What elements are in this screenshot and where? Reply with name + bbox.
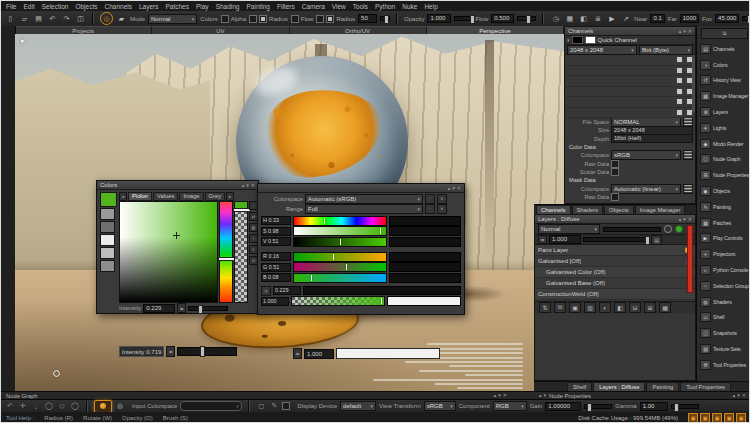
palette-item-texture-sets[interactable]: ▨ Texture Sets: [697, 341, 750, 357]
float-icon[interactable]: [498, 392, 501, 399]
float-icon[interactable]: [683, 216, 686, 223]
far-field[interactable]: 1000: [680, 14, 699, 23]
alpha-gradient-bar[interactable]: [291, 296, 385, 306]
adjustment-layer-icon[interactable]: ◐: [599, 302, 611, 313]
palette-item-selection-groups[interactable]: ▫ Selection Groups: [697, 278, 750, 294]
intensity-slider[interactable]: [177, 347, 237, 356]
new-project-icon[interactable]: ▯: [5, 13, 16, 24]
bottom-tab-layers-diffuse[interactable]: Layers : Diffuse: [593, 382, 645, 391]
alpha-field[interactable]: 1.000: [261, 297, 289, 306]
gain-slider[interactable]: [584, 404, 612, 409]
dock-tab-objects[interactable]: Objects: [604, 205, 634, 214]
channels-panel-titlebar[interactable]: Channels: [565, 27, 695, 36]
float-icon[interactable]: [683, 28, 686, 35]
menu-objects[interactable]: Objects: [75, 3, 97, 10]
flow-slider[interactable]: [517, 16, 536, 21]
opacity-field[interactable]: 1.000: [427, 14, 450, 23]
overlay-checkbox[interactable]: [282, 402, 290, 410]
menu-view[interactable]: View: [332, 3, 346, 10]
slider-handle[interactable]: [333, 254, 334, 260]
palette-item-modo-render[interactable]: ◆ Modo Render: [697, 136, 750, 152]
picker-intensity-slider[interactable]: [188, 306, 228, 311]
alpha-stepper[interactable]: ◂▸: [293, 348, 302, 359]
close-icon[interactable]: [503, 392, 507, 399]
slider-handle[interactable]: [311, 275, 312, 281]
near-field[interactable]: 0.1: [650, 14, 664, 23]
ellipse-select-icon[interactable]: ◯: [44, 401, 54, 411]
slider-value-field[interactable]: V 0.51: [261, 237, 291, 246]
palette-item-shaders[interactable]: ◍ Shaders: [697, 294, 750, 310]
archive-icon[interactable]: ◫: [75, 13, 86, 24]
viewport-tab-ortho-uv[interactable]: Ortho/UV: [290, 26, 427, 34]
channel-row[interactable]: [565, 66, 695, 77]
colorspace-clear-icon[interactable]: ✕: [437, 194, 447, 204]
component-dropdown[interactable]: RGB: [493, 401, 527, 411]
slider-numeric-field[interactable]: [389, 252, 461, 262]
colors-tab-grey[interactable]: Grey: [205, 192, 226, 201]
palette-item-layers[interactable]: ≣ Layers: [697, 104, 750, 120]
slider-value-field[interactable]: S 0.98: [261, 227, 291, 236]
open-project-icon[interactable]: ▱: [19, 13, 30, 24]
alpha-slider[interactable]: [336, 348, 440, 359]
node-graph-header[interactable]: Node Graph: [1, 391, 534, 399]
menu-python[interactable]: Python: [375, 3, 395, 10]
colorspace-dropdown[interactable]: Automatic (sRGB): [305, 194, 423, 204]
close-icon[interactable]: [742, 392, 746, 399]
background-color-swatch[interactable]: [572, 36, 583, 44]
palette-item-play-controls[interactable]: ▶ Play Controls: [697, 231, 750, 247]
color-swatch[interactable]: [100, 234, 115, 246]
menu-channels[interactable]: Channels: [104, 3, 131, 10]
cache-gpu-icon[interactable]: ▣: [724, 413, 734, 423]
cache-paint-icon[interactable]: ▣: [688, 413, 698, 423]
menu-camera[interactable]: Camera: [302, 3, 325, 10]
collapse-icon[interactable]: [679, 28, 682, 35]
color-sample-icon[interactable]: ◍: [115, 401, 125, 411]
property-options-icon[interactable]: ≡: [683, 184, 693, 194]
input-colorspace-searchbox[interactable]: [180, 401, 242, 411]
drop-icon[interactable]: ↓: [31, 401, 41, 411]
paint-target-icon[interactable]: ◎: [100, 12, 113, 25]
expand-icon[interactable]: ▾: [567, 37, 570, 43]
palette-item-node-properties[interactable]: ⊞ Node Properties: [697, 167, 750, 183]
float-icon[interactable]: [452, 185, 455, 192]
menu-file[interactable]: File: [6, 3, 16, 10]
view-transform-dropdown[interactable]: sRGB: [424, 401, 456, 411]
float-icon[interactable]: [737, 392, 740, 399]
collapse-icon[interactable]: [679, 216, 682, 223]
channel-row[interactable]: [565, 55, 695, 66]
palette-item-tool-properties[interactable]: ⚒ Tool Properties: [697, 357, 750, 373]
collapse-icon[interactable]: [539, 392, 542, 399]
hue-strip[interactable]: [219, 201, 233, 303]
viewport-tab-projects[interactable]: Projects: [15, 26, 152, 34]
menu-edit[interactable]: Edit: [23, 3, 34, 10]
color-swatch[interactable]: [100, 208, 115, 220]
palette-item-python-console[interactable]: ▹ Python Console: [697, 262, 750, 278]
slider-gradient-bar[interactable]: [293, 226, 387, 236]
channel-row[interactable]: [565, 108, 695, 119]
cache-memory-icon[interactable]: ▣: [712, 413, 722, 423]
slider-value-field[interactable]: B 0.08: [261, 273, 291, 282]
property-checkbox[interactable]: [611, 193, 619, 201]
blend-amount-groove[interactable]: [603, 227, 661, 232]
menu-help[interactable]: Help: [424, 3, 437, 10]
tab-scroll-left-icon[interactable]: ◂: [119, 192, 127, 201]
close-icon[interactable]: [688, 216, 692, 223]
slider-numeric-field[interactable]: [389, 273, 461, 283]
layers-scrollbar[interactable]: [687, 225, 693, 293]
range-option-icon[interactable]: ◦: [425, 204, 435, 214]
bottom-tab-painting[interactable]: Painting: [646, 382, 679, 391]
checkbox[interactable]: [249, 15, 257, 23]
close-icon[interactable]: [251, 182, 255, 189]
colors-tab-picker[interactable]: Picker: [128, 192, 152, 201]
slider-value-field[interactable]: H 0.33: [261, 216, 291, 225]
palette-item-channels[interactable]: ▤ Channels: [697, 41, 750, 57]
active-color-swatch[interactable]: [100, 192, 117, 207]
alpha-strip[interactable]: [234, 201, 248, 303]
palette-item-objects[interactable]: ◉ Objects: [697, 183, 750, 199]
menu-layers[interactable]: Layers: [139, 3, 159, 10]
checkbox[interactable]: [291, 15, 299, 23]
slider-handle[interactable]: [346, 264, 347, 270]
channel-row[interactable]: [565, 97, 695, 108]
mirror-icon[interactable]: ◧: [578, 13, 589, 24]
lock-icon[interactable]: ◻: [256, 401, 266, 411]
